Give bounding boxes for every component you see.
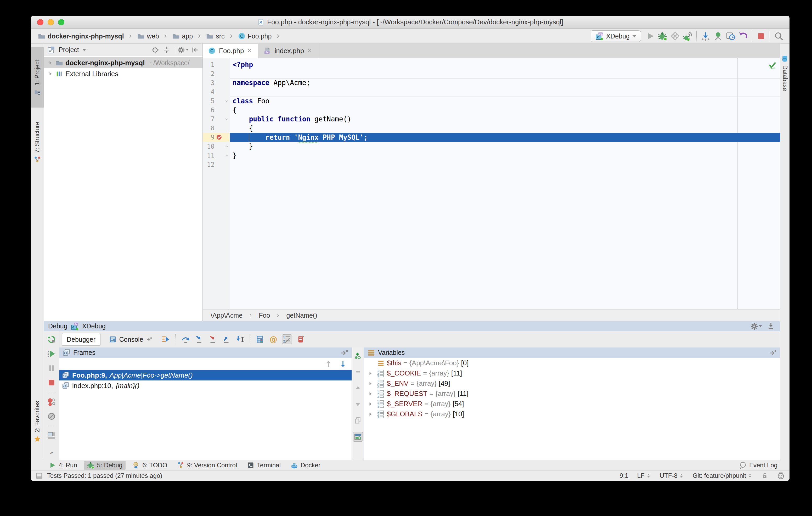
tree-arrow-icon[interactable]: [368, 391, 373, 397]
code-line-10[interactable]: }: [230, 142, 780, 151]
toolwindow-button-6-todo[interactable]: 6: TODO: [129, 461, 170, 470]
breadcrumb-item[interactable]: docker-nginx-php-mysql: [37, 32, 125, 40]
gutter-line-6[interactable]: 6: [203, 106, 230, 115]
collapse-all-button[interactable]: [162, 46, 171, 54]
code-line-1[interactable]: <?php: [230, 60, 780, 69]
vcs-history-button[interactable]: [726, 31, 735, 41]
frame-up-button[interactable]: [323, 359, 333, 369]
toolwindow-button-4-run[interactable]: 4: Run: [46, 461, 80, 470]
tree-arrow-icon[interactable]: [368, 401, 373, 407]
line-ending-select[interactable]: LF: [637, 472, 651, 479]
stripe-button-1-project[interactable]: 1: Project: [31, 47, 44, 108]
hide-left-button[interactable]: [191, 46, 199, 54]
editor-tab-Foo.php[interactable]: CFoo.php: [203, 44, 258, 58]
gutter-line-9[interactable]: 9: [203, 133, 230, 142]
lock-icon[interactable]: [761, 472, 768, 479]
code-line-3[interactable]: namespace App\Acme;: [230, 78, 780, 87]
view-breakpoints-button[interactable]: [47, 397, 57, 407]
code-line-11[interactable]: }: [230, 151, 780, 160]
debug-bug-button[interactable]: [658, 31, 668, 41]
stop-button[interactable]: [47, 378, 57, 388]
code-line-7[interactable]: public function getName(): [230, 115, 780, 124]
code-line-9[interactable]: return 'Nginx PHP MySQL';: [230, 133, 780, 142]
highlighting-level-icon[interactable]: [777, 472, 785, 480]
hide-debug-panel-button[interactable]: [766, 321, 776, 331]
breakpoint-settings-button[interactable]: [296, 335, 306, 344]
gutter-line-4[interactable]: 4: [203, 87, 230, 96]
breadcrumb-item[interactable]: src: [205, 32, 226, 40]
show-watches-button[interactable]: [353, 432, 363, 442]
toolwindow-button-docker[interactable]: Docker: [288, 461, 324, 470]
jump-to-source-icon[interactable]: [340, 348, 348, 357]
more-buttons-button[interactable]: »: [47, 447, 57, 457]
stripe-button-7-structure[interactable]: 7: Structure: [31, 108, 44, 177]
caret-position[interactable]: 9:1: [619, 472, 628, 479]
gutter-line-5[interactable]: 5: [203, 96, 230, 106]
event-log-button[interactable]: Event Log: [736, 461, 781, 470]
copy-button[interactable]: [353, 415, 363, 426]
gear-button[interactable]: [179, 46, 188, 54]
breadcrumb-item[interactable]: app: [171, 32, 194, 40]
fold-open-icon[interactable]: [225, 99, 229, 103]
variable-row[interactable]: 123 $GLOBALS = {array} [10]: [364, 409, 780, 419]
window-controls[interactable]: [37, 19, 64, 25]
toolwindow-button-9-version-control[interactable]: 9: Version Control: [174, 461, 240, 470]
minimize-window-button[interactable]: [48, 19, 54, 25]
toolwindow-button-5-debug[interactable]: 5: Debug: [84, 461, 125, 470]
frame-row[interactable]: index.php:10, {main}(): [59, 380, 352, 391]
variable-row[interactable]: 123 $_REQUEST = {array} [11]: [364, 389, 780, 399]
restore-layout-button[interactable]: [47, 431, 57, 441]
tool-window-toggle-icon[interactable]: [36, 472, 43, 479]
rerun-button[interactable]: [47, 335, 57, 344]
tree-row[interactable]: External Libraries: [44, 68, 202, 79]
editor-main[interactable]: 1 2 3 4 5 6 7 8 9: [203, 58, 780, 309]
move-down-button[interactable]: [353, 399, 363, 409]
tree-arrow-icon[interactable]: [368, 381, 373, 386]
inspections-ok-icon[interactable]: [767, 61, 777, 70]
run-disabled-button[interactable]: [645, 31, 655, 41]
run-to-cursor-button[interactable]: [235, 335, 245, 344]
code-line-2[interactable]: [230, 69, 780, 79]
show-exec-point-button[interactable]: [161, 335, 171, 344]
git-branch-select[interactable]: Git: feature/phpunit: [693, 472, 752, 479]
frame-row[interactable]: Foo.php:9, App|Acme|Foo->getName(): [59, 370, 352, 380]
move-up-button[interactable]: [353, 383, 363, 393]
tree-arrow-icon[interactable]: [368, 411, 373, 417]
breadcrumb-item[interactable]: CFoo.php: [237, 32, 273, 40]
breadcrumb-item[interactable]: web: [136, 32, 160, 40]
code-editor[interactable]: <?phpnamespace App\Acme;class Foo{ publi…: [230, 58, 780, 309]
variable-row[interactable]: 123 $_COOKIE = {array} [11]: [364, 368, 780, 378]
jump-to-source-icon[interactable]: [768, 348, 777, 357]
zoom-window-button[interactable]: [58, 19, 64, 25]
debug-settings-button[interactable]: [751, 321, 761, 331]
editor-breadcrumb-item[interactable]: Foo: [259, 312, 270, 319]
code-line-4[interactable]: [230, 87, 780, 96]
gutter-line-3[interactable]: 3: [203, 78, 230, 87]
gutter-line-1[interactable]: 1: [203, 60, 230, 69]
step-out-button[interactable]: [221, 335, 231, 344]
coverage-button[interactable]: [670, 31, 680, 41]
editor-gutter[interactable]: 1 2 3 4 5 6 7 8 9: [203, 58, 230, 309]
code-line-5[interactable]: class Foo: [230, 96, 780, 106]
stripe-button-2-favorites[interactable]: 2: Favorites: [31, 387, 44, 456]
add-watch-button[interactable]: [353, 351, 363, 361]
gutter-line-7[interactable]: 7: [203, 115, 230, 124]
locate-button[interactable]: [151, 46, 160, 54]
pause-button[interactable]: [47, 363, 57, 373]
editor-breadcrumb-item[interactable]: getName(): [286, 312, 317, 319]
project-panel-title[interactable]: Project: [47, 46, 86, 54]
fold-close-icon[interactable]: [225, 144, 229, 149]
tree-row[interactable]: docker-nginx-php-mysql ~/Workspace/: [44, 57, 202, 68]
step-over-button[interactable]: [180, 335, 191, 344]
vcs-update-button[interactable]: [701, 31, 710, 41]
tree-arrow-icon[interactable]: [48, 71, 53, 77]
stop-button[interactable]: [756, 31, 766, 41]
force-step-into-button[interactable]: [208, 335, 218, 344]
gutter-line-2[interactable]: 2: [203, 69, 230, 79]
search-button[interactable]: [774, 31, 784, 41]
variable-row[interactable]: 123 $_SERVER = {array} [54]: [364, 399, 780, 409]
encoding-select[interactable]: UTF-8: [660, 472, 684, 479]
debug-tab-debugger[interactable]: Debugger: [62, 333, 100, 346]
code-line-12[interactable]: [230, 160, 780, 169]
mute-line-breakpoints-button[interactable]: 12: [282, 335, 292, 344]
